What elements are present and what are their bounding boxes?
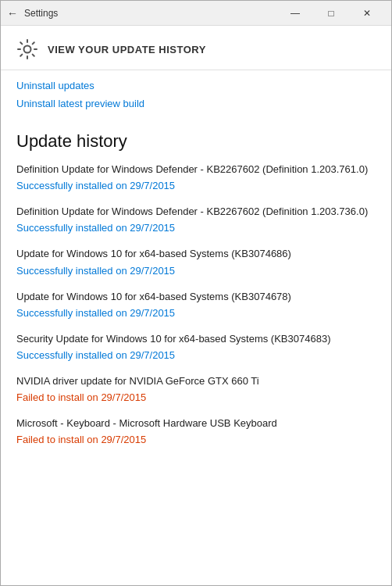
uninstall-preview-link[interactable]: Uninstall latest preview build [16,98,376,109]
update-status-success[interactable]: Successfully installed on 29/7/2015 [16,349,175,361]
list-item: Definition Update for Windows Defender -… [16,205,376,234]
update-status-failed[interactable]: Failed to install on 29/7/2015 [16,434,146,445]
gear-icon [16,38,38,60]
list-item: Microsoft - Keyboard - Microsoft Hardwar… [16,416,376,446]
update-name: Definition Update for Windows Defender -… [16,205,376,219]
content-area: Uninstall updates Uninstall latest previ… [1,70,391,585]
list-item: Update for Windows 10 for x64-based Syst… [16,290,376,320]
page-title: VIEW YOUR UPDATE HISTORY [48,44,206,55]
list-item: NVIDIA driver update for NVIDIA GeForce … [16,374,376,404]
section-heading: Update history [16,131,376,152]
update-status-success[interactable]: Successfully installed on 29/7/2015 [16,222,175,234]
update-name: NVIDIA driver update for NVIDIA GeForce … [16,374,376,388]
window-controls: — □ ✕ [277,1,385,26]
list-item: Security Update for Windows 10 for x64-b… [16,332,376,362]
window-title: Settings [24,8,277,19]
title-bar: ← Settings — □ ✕ [1,1,391,26]
quick-links: Uninstall updates Uninstall latest previ… [16,70,376,119]
update-name: Security Update for Windows 10 for x64-b… [16,332,376,346]
update-status-success[interactable]: Successfully installed on 29/7/2015 [16,180,175,191]
back-button[interactable]: ← [7,7,18,20]
update-name: Update for Windows 10 for x64-based Syst… [16,290,376,304]
settings-window: ← Settings — □ ✕ VIEW YOUR UPDATE HISTOR… [0,0,392,586]
update-name: Update for Windows 10 for x64-based Syst… [16,247,376,261]
update-status-success[interactable]: Successfully installed on 29/7/2015 [16,265,175,277]
list-item: Update for Windows 10 for x64-based Syst… [16,247,376,277]
svg-point-0 [24,46,31,53]
update-status-failed[interactable]: Failed to install on 29/7/2015 [16,391,146,403]
page-header: VIEW YOUR UPDATE HISTORY [1,26,391,70]
updates-list: Definition Update for Windows Defender -… [16,163,376,446]
maximize-button[interactable]: □ [313,1,349,26]
uninstall-updates-link[interactable]: Uninstall updates [16,80,376,91]
update-name: Microsoft - Keyboard - Microsoft Hardwar… [16,416,376,431]
close-button[interactable]: ✕ [349,1,385,26]
list-item: Definition Update for Windows Defender -… [16,163,376,192]
minimize-button[interactable]: — [277,1,313,26]
update-status-success[interactable]: Successfully installed on 29/7/2015 [16,307,175,319]
update-name: Definition Update for Windows Defender -… [16,163,376,177]
